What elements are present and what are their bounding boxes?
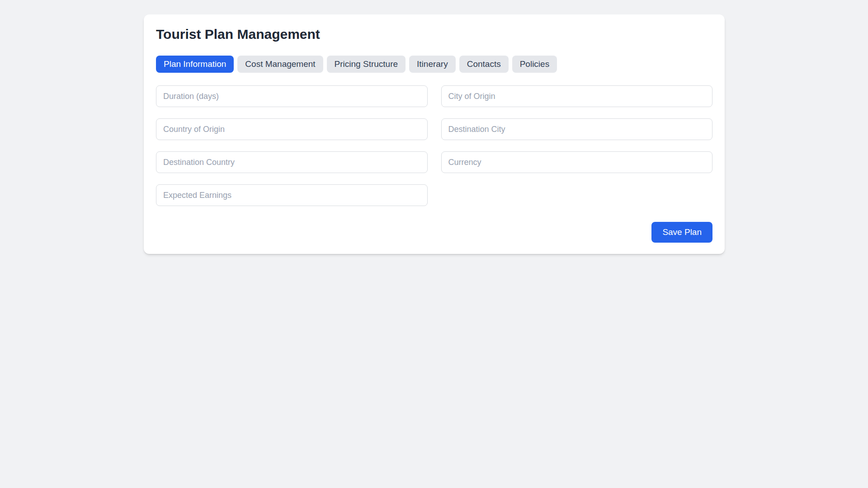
country-of-origin-input[interactable] <box>156 118 428 140</box>
tab-policies[interactable]: Policies <box>512 56 557 73</box>
tab-itinerary[interactable]: Itinerary <box>409 56 456 73</box>
tab-contacts[interactable]: Contacts <box>459 56 509 73</box>
form-actions: Save Plan <box>156 222 712 243</box>
tab-bar: Plan Information Cost Management Pricing… <box>156 56 712 73</box>
city-of-origin-input[interactable] <box>441 85 713 107</box>
duration-days-input[interactable] <box>156 85 428 107</box>
currency-input[interactable] <box>441 151 713 173</box>
destination-city-input[interactable] <box>441 118 713 140</box>
save-plan-button[interactable]: Save Plan <box>651 222 712 243</box>
destination-country-input[interactable] <box>156 151 428 173</box>
tab-cost-management[interactable]: Cost Management <box>237 56 323 73</box>
empty-grid-cell <box>441 184 713 206</box>
page-title: Tourist Plan Management <box>156 26 712 42</box>
plan-information-form <box>156 85 712 206</box>
tourist-plan-card: Tourist Plan Management Plan Information… <box>144 14 725 254</box>
tab-pricing-structure[interactable]: Pricing Structure <box>327 56 406 73</box>
tab-plan-information[interactable]: Plan Information <box>156 56 234 73</box>
expected-earnings-input[interactable] <box>156 184 428 206</box>
